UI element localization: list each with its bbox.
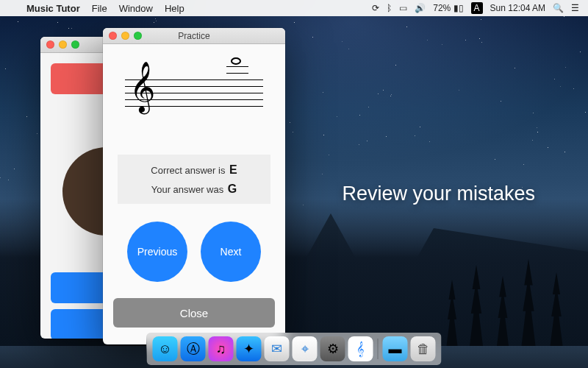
music-staff: 𝄞 (103, 44, 285, 132)
safari-icon[interactable]: ✦ (237, 336, 262, 361)
menu-help[interactable]: Help (159, 3, 190, 14)
practice-window: Practice 𝄞 Correct answer is E Your answ… (103, 28, 285, 344)
airplay-icon[interactable]: ▭ (399, 3, 407, 13)
spotlight-icon[interactable]: 🔍 (553, 3, 564, 13)
promo-text: Review your mistakes (342, 183, 535, 205)
preferences-icon[interactable]: ⚙ (320, 336, 345, 361)
close-button[interactable]: Close (113, 298, 275, 328)
close-window-icon[interactable] (109, 32, 117, 40)
app-menu[interactable]: Music Tutor (21, 3, 86, 14)
appstore-icon[interactable]: Ⓐ (181, 336, 206, 361)
zoom-window-icon[interactable] (134, 32, 142, 40)
window-title: Practice (178, 31, 209, 41)
folder-icon[interactable]: ▬ (383, 336, 408, 361)
input-source[interactable]: A (471, 2, 483, 14)
trash-icon[interactable]: 🗑 (411, 336, 436, 361)
zoom-window-icon[interactable] (71, 40, 79, 49)
sync-icon[interactable]: ⟳ (372, 3, 379, 13)
next-button[interactable]: Next (201, 222, 261, 282)
bluetooth-icon[interactable]: ᛒ (387, 3, 392, 13)
titlebar[interactable]: Practice (103, 28, 285, 44)
musictutor-icon[interactable]: 𝄞 (348, 336, 373, 361)
finder-icon[interactable]: ☺ (153, 336, 178, 361)
notification-center-icon[interactable]: ☰ (571, 3, 579, 13)
minimize-window-icon[interactable] (121, 32, 129, 40)
clock[interactable]: Sun 12:04 AM (490, 3, 545, 13)
mail-icon[interactable]: ✉ (265, 336, 290, 361)
dock: ☺Ⓐ♫✦✉⌖⚙𝄞▬🗑 (147, 333, 442, 365)
treble-clef-icon: 𝄞 (129, 65, 155, 109)
menu-window[interactable]: Window (113, 3, 159, 14)
previous-button[interactable]: Previous (127, 222, 187, 282)
answer-feedback: Correct answer is E Your answer was G (118, 155, 270, 204)
volume-icon[interactable]: 🔊 (415, 3, 426, 13)
minimize-window-icon[interactable] (59, 40, 67, 49)
menubar: Music Tutor File Window Help ⟳ ᛒ ▭ 🔊 72%… (0, 0, 588, 16)
battery-status[interactable]: 72% ▮▯ (433, 3, 463, 13)
note-icon (231, 57, 241, 65)
close-window-icon[interactable] (46, 40, 54, 49)
maps-icon[interactable]: ⌖ (293, 336, 318, 361)
itunes-icon[interactable]: ♫ (209, 336, 234, 361)
menu-file[interactable]: File (86, 3, 113, 14)
